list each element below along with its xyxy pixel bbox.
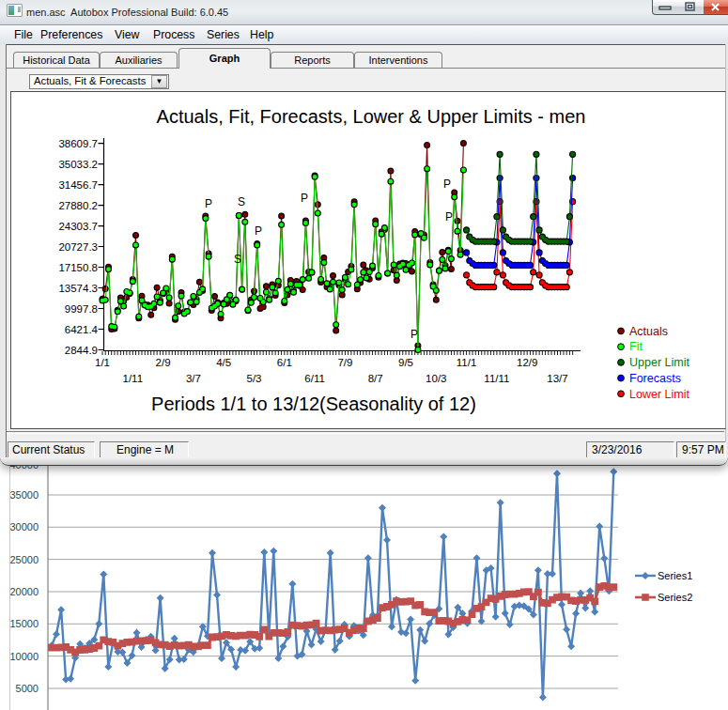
svg-text:2/9: 2/9: [156, 357, 171, 368]
svg-text:30000: 30000: [9, 521, 39, 532]
svg-text:31456.7: 31456.7: [58, 179, 98, 191]
svg-text:4/5: 4/5: [216, 357, 231, 368]
svg-text:17150.8: 17150.8: [58, 262, 98, 273]
svg-text:6421.4: 6421.4: [65, 324, 99, 335]
svg-text:13/7: 13/7: [547, 373, 567, 384]
svg-text:9/5: 9/5: [398, 357, 413, 368]
svg-text:P: P: [255, 224, 262, 238]
svg-text:Fit: Fit: [629, 340, 643, 353]
svg-text:11/11: 11/11: [484, 373, 509, 384]
svg-text:7/9: 7/9: [337, 357, 352, 368]
svg-text:P: P: [410, 328, 418, 341]
svg-text:Actuals, Fit, Forecasts, Lower: Actuals, Fit, Forecasts, Lower & Upper L…: [157, 106, 586, 127]
svg-text:27880.2: 27880.2: [58, 200, 98, 211]
svg-text:P: P: [301, 192, 308, 205]
svg-text:10000: 10000: [9, 651, 39, 662]
svg-text:5000: 5000: [16, 683, 39, 694]
svg-text:11/1: 11/1: [457, 357, 477, 368]
svg-text:1/11: 1/11: [123, 373, 144, 384]
svg-text:13574.3: 13574.3: [58, 283, 98, 294]
svg-text:12/9: 12/9: [517, 357, 537, 368]
svg-text:5/3: 5/3: [247, 373, 262, 384]
svg-text:35000: 35000: [9, 489, 39, 501]
svg-text:8/7: 8/7: [368, 373, 383, 384]
svg-text:P: P: [205, 197, 212, 210]
svg-text:35033.2: 35033.2: [58, 159, 98, 170]
svg-text:P: P: [445, 210, 453, 224]
svg-text:2844.9: 2844.9: [65, 345, 98, 356]
svg-text:Series2: Series2: [658, 592, 692, 603]
svg-text:3/7: 3/7: [186, 373, 201, 384]
svg-text:S: S: [234, 253, 241, 266]
svg-text:38609.7: 38609.7: [58, 138, 98, 149]
svg-text:Actuals: Actuals: [629, 325, 668, 338]
svg-text:Lower Limit: Lower Limit: [629, 388, 689, 401]
svg-text:25000: 25000: [9, 554, 39, 565]
svg-text:6/11: 6/11: [304, 373, 325, 384]
svg-text:24303.7: 24303.7: [58, 221, 98, 232]
svg-text:10/3: 10/3: [426, 373, 446, 384]
svg-text:Upper Limit: Upper Limit: [629, 356, 689, 369]
svg-text:P: P: [443, 178, 451, 191]
svg-text:9997.8: 9997.8: [65, 303, 98, 315]
svg-text:20727.3: 20727.3: [58, 241, 98, 253]
svg-text:20000: 20000: [9, 586, 39, 597]
svg-text:Periods 1/1 to 13/12(Seasonali: Periods 1/1 to 13/12(Seasonality of 12): [151, 394, 476, 414]
svg-text:Forecasts: Forecasts: [629, 372, 681, 385]
svg-text:6/1: 6/1: [277, 357, 292, 368]
svg-text:15000: 15000: [9, 618, 39, 629]
svg-text:S: S: [238, 195, 245, 208]
svg-text:1/1: 1/1: [95, 357, 110, 368]
svg-text:Series1: Series1: [658, 570, 692, 581]
